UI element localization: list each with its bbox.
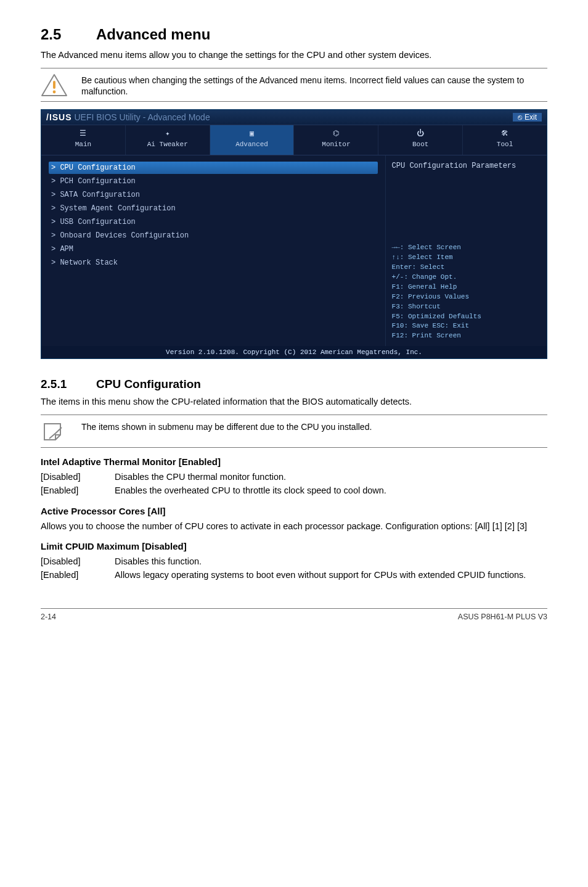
tab-advanced[interactable]: ▣ Advanced <box>210 125 295 155</box>
subsection-title: CPU Configuration <box>96 377 201 390</box>
bios-footer: Version 2.10.1208. Copyright (C) 2012 Am… <box>41 346 547 358</box>
bios-menu: > CPU Configuration> PCH Configuration> … <box>41 155 385 346</box>
help-key-line: Enter: Select <box>392 263 541 273</box>
bios-brand: /ISUS <box>46 112 72 122</box>
section-intro: The Advanced menu items allow you to cha… <box>41 49 547 62</box>
help-key-line: F3: Shortcut <box>392 302 541 312</box>
kv-row: [Enabled]Allows legacy operating systems… <box>41 569 547 581</box>
page-number: 2-14 <box>41 613 56 621</box>
tab-label: Ai Tweaker <box>147 141 188 148</box>
divider <box>41 415 547 415</box>
monitor-icon: ⌬ <box>294 129 378 139</box>
kv-value: Enables the overheated CPU to throttle i… <box>115 484 547 497</box>
help-key-line: F2: Previous Values <box>392 292 541 302</box>
bios-exit-label: Exit <box>525 113 537 122</box>
tab-label: Tool <box>497 141 513 148</box>
tab-boot[interactable]: ⏻ Boot <box>378 125 463 155</box>
kv-key: [Disabled] <box>41 555 115 567</box>
section-heading: 2.5Advanced menu <box>41 26 547 43</box>
kv-row: [Enabled]Enables the overheated CPU to t… <box>41 484 547 497</box>
menu-item[interactable]: > Network Stack <box>49 257 378 269</box>
divider <box>41 101 547 102</box>
kv-key: [Disabled] <box>41 471 115 483</box>
menu-item[interactable]: > USB Configuration <box>49 216 378 228</box>
menu-item[interactable]: > PCH Configuration <box>49 175 378 188</box>
warning-callout: Be cautious when changing the settings o… <box>41 73 547 98</box>
subsection-intro: The items in this menu show the CPU-rela… <box>41 396 547 408</box>
help-key-line: →←: Select Screen <box>392 243 541 253</box>
tab-tool[interactable]: 🛠 Tool <box>463 125 547 155</box>
section-number: 2.5 <box>41 26 96 43</box>
menu-item[interactable]: > System Agent Configuration <box>49 202 378 215</box>
tab-label: Boot <box>412 141 428 148</box>
bios-title: UEFI BIOS Utility - Advanced Mode <box>74 112 210 122</box>
setting-heading: Intel Adaptive Thermal Monitor [Enabled] <box>41 456 547 467</box>
kv-value: Disables the CPU thermal monitor functio… <box>115 471 547 483</box>
chip-icon: ▣ <box>210 129 294 139</box>
bios-help-pane: CPU Configuration Parameters →←: Select … <box>385 155 547 346</box>
setting-heading: Active Processor Cores [All] <box>41 506 547 516</box>
tab-label: Advanced <box>235 141 268 148</box>
help-key-line: F5: Optimized Defaults <box>392 312 541 322</box>
exit-icon: ⎋ <box>518 113 522 122</box>
power-icon: ⏻ <box>378 129 462 139</box>
bios-screenshot: /ISUS UEFI BIOS Utility - Advanced Mode … <box>41 109 547 359</box>
tweak-icon: ✦ <box>126 129 210 139</box>
note-text: The items shown in submenu may be differ… <box>81 420 372 433</box>
tab-ai-tweaker[interactable]: ✦ Ai Tweaker <box>126 125 210 155</box>
subsection-number: 2.5.1 <box>41 377 96 391</box>
warning-icon <box>41 73 68 97</box>
note-callout: The items shown in submenu may be differ… <box>41 420 547 444</box>
bios-exit-button[interactable]: ⎋ Exit <box>513 113 542 122</box>
setting-paragraph: Allows you to choose the number of CPU c… <box>41 520 547 532</box>
svg-rect-1 <box>53 81 55 89</box>
section-title: Advanced menu <box>96 26 210 43</box>
bios-tabs: ☰ Main ✦ Ai Tweaker ▣ Advanced ⌬ Monitor… <box>41 125 547 155</box>
help-key-line: F10: Save ESC: Exit <box>392 321 541 331</box>
kv-key: [Enabled] <box>41 569 115 581</box>
help-title: CPU Configuration Parameters <box>392 162 541 170</box>
product-name: ASUS P8H61-M PLUS V3 <box>458 613 547 621</box>
tab-monitor[interactable]: ⌬ Monitor <box>294 125 378 155</box>
svg-point-2 <box>53 90 56 93</box>
kv-row: [Disabled]Disables the CPU thermal monit… <box>41 471 547 483</box>
tab-label: Monitor <box>322 141 350 148</box>
tab-label: Main <box>75 141 91 148</box>
page-footer: 2-14 ASUS P8H61-M PLUS V3 <box>41 608 547 621</box>
tab-main[interactable]: ☰ Main <box>41 125 126 155</box>
bios-titlebar: /ISUS UEFI BIOS Utility - Advanced Mode … <box>41 110 547 125</box>
warning-text: Be cautious when changing the settings o… <box>81 73 547 98</box>
note-icon <box>41 420 68 444</box>
bios-body: > CPU Configuration> PCH Configuration> … <box>41 155 547 346</box>
setting-heading: Limit CPUID Maximum [Disabled] <box>41 541 547 551</box>
subsection-heading: 2.5.1CPU Configuration <box>41 377 547 391</box>
kv-row: [Disabled]Disables this function. <box>41 555 547 567</box>
help-keys: →←: Select Screen↑↓: Select ItemEnter: S… <box>392 243 541 341</box>
kv-value: Disables this function. <box>115 555 547 567</box>
divider <box>41 447 547 448</box>
help-key-line: +/-: Change Opt. <box>392 273 541 283</box>
help-key-line: F12: Print Screen <box>392 331 541 341</box>
menu-item[interactable]: > Onboard Devices Configuration <box>49 229 378 242</box>
menu-item[interactable]: > CPU Configuration <box>49 162 378 174</box>
help-key-line: ↑↓: Select Item <box>392 253 541 263</box>
divider <box>41 68 547 68</box>
kv-key: [Enabled] <box>41 484 115 497</box>
list-icon: ☰ <box>41 129 125 139</box>
kv-value: Allows legacy operating systems to boot … <box>115 569 547 581</box>
help-key-line: F1: General Help <box>392 283 541 292</box>
menu-item[interactable]: > SATA Configuration <box>49 189 378 201</box>
menu-item[interactable]: > APM <box>49 243 378 255</box>
tool-icon: 🛠 <box>463 129 547 139</box>
